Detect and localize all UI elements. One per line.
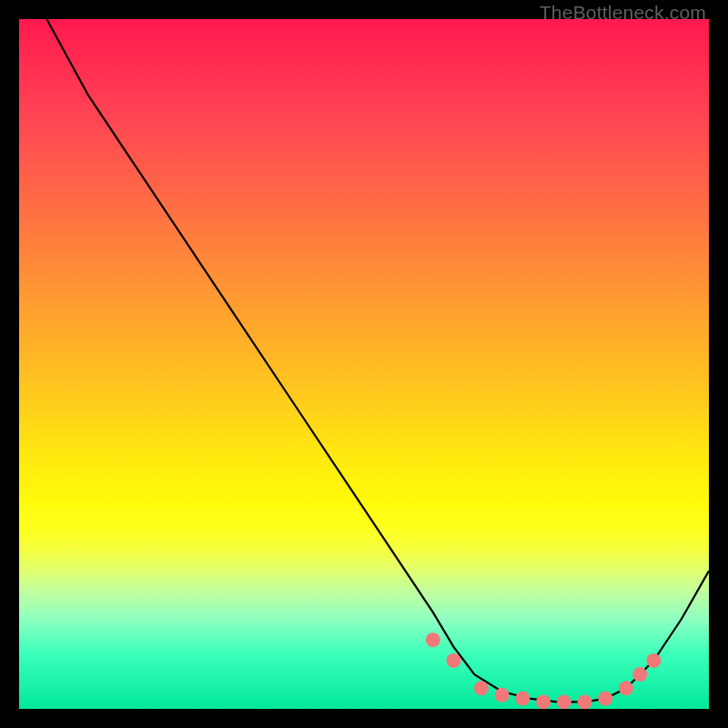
- marker-dot: [598, 692, 612, 706]
- marker-dot: [578, 694, 592, 709]
- marker-dot: [619, 681, 633, 695]
- marker-dot: [536, 694, 551, 709]
- marker-dot: [646, 653, 661, 668]
- marker-dot: [515, 692, 530, 706]
- marker-dot: [495, 688, 510, 703]
- marker-dot: [447, 653, 461, 668]
- marker-dot: [474, 681, 489, 695]
- optimal-range-markers: [426, 632, 662, 709]
- marker-dot: [632, 667, 647, 682]
- marker-dot: [426, 632, 440, 647]
- chart-overlay: [19, 19, 709, 709]
- bottleneck-curve: [46, 19, 709, 702]
- marker-dot: [557, 694, 571, 709]
